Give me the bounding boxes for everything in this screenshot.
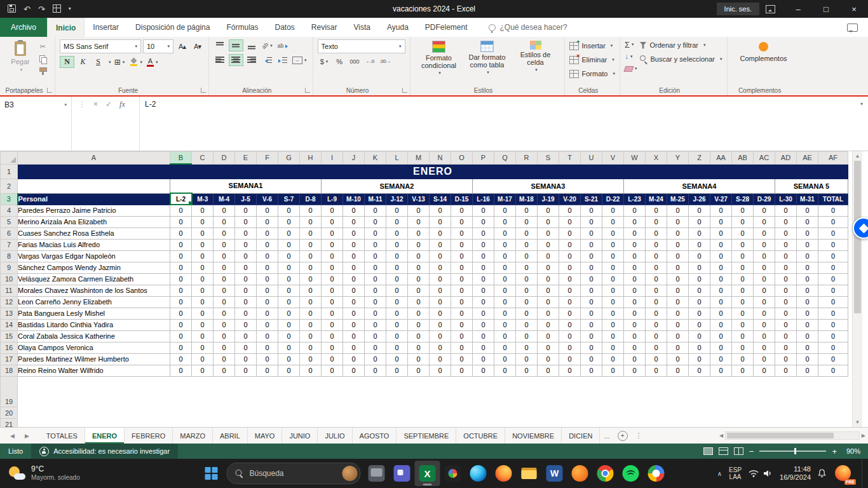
- value-cell[interactable]: 0: [430, 205, 451, 216]
- value-cell[interactable]: 0: [754, 342, 775, 353]
- value-cell[interactable]: 0: [797, 365, 818, 376]
- value-cell[interactable]: 0: [667, 285, 689, 296]
- value-cell[interactable]: 0: [818, 308, 848, 319]
- value-cell[interactable]: 0: [214, 319, 235, 330]
- row-header-7[interactable]: 7: [1, 239, 18, 250]
- value-cell[interactable]: 0: [602, 250, 624, 262]
- value-cell[interactable]: 0: [278, 308, 300, 319]
- value-cell[interactable]: 0: [214, 296, 235, 308]
- value-cell[interactable]: 0: [775, 353, 797, 365]
- value-cell[interactable]: 0: [581, 216, 602, 227]
- value-cell[interactable]: 0: [559, 330, 581, 342]
- value-cell[interactable]: 0: [689, 239, 710, 250]
- value-cell[interactable]: 0: [538, 319, 559, 330]
- value-cell[interactable]: 0: [300, 216, 322, 227]
- value-cell[interactable]: 0: [754, 319, 775, 330]
- week-header-3[interactable]: SEMANA3: [473, 179, 624, 193]
- value-cell[interactable]: 0: [473, 273, 494, 285]
- notification-bell-icon[interactable]: [818, 469, 826, 478]
- horizontal-scroll-track[interactable]: [725, 431, 860, 440]
- value-cell[interactable]: 0: [430, 216, 451, 227]
- value-cell[interactable]: 0: [754, 227, 775, 239]
- weather-widget[interactable]: 9°C Mayorm. soleado: [0, 465, 88, 482]
- redo-button[interactable]: ↷: [38, 5, 45, 13]
- row-header-15[interactable]: 15: [1, 330, 18, 342]
- column-header-ad[interactable]: AD: [775, 152, 797, 165]
- value-cell[interactable]: 0: [754, 365, 775, 376]
- value-cell[interactable]: 0: [278, 285, 300, 296]
- value-cell[interactable]: 0: [322, 353, 343, 365]
- minimize-button[interactable]: –: [784, 0, 812, 18]
- value-cell[interactable]: 0: [473, 365, 494, 376]
- comma-format-button[interactable]: 000: [348, 56, 362, 67]
- sheet-tab-agosto[interactable]: AGOSTO: [353, 428, 397, 444]
- value-cell[interactable]: 0: [192, 319, 214, 330]
- value-cell[interactable]: 0: [538, 239, 559, 250]
- value-cell[interactable]: 0: [775, 365, 797, 376]
- value-cell[interactable]: 0: [538, 285, 559, 296]
- value-cell[interactable]: 0: [278, 296, 300, 308]
- value-cell[interactable]: 0: [516, 250, 538, 262]
- value-cell[interactable]: 0: [494, 273, 516, 285]
- value-cell[interactable]: 0: [278, 216, 300, 227]
- value-cell[interactable]: 0: [710, 239, 732, 250]
- value-cell[interactable]: 0: [646, 239, 667, 250]
- value-cell[interactable]: 0: [646, 285, 667, 296]
- value-cell[interactable]: 0: [343, 342, 365, 353]
- row-header-4[interactable]: 4: [1, 205, 18, 216]
- value-cell[interactable]: 0: [559, 262, 581, 273]
- scroll-right-icon[interactable]: ▶: [862, 433, 865, 438]
- personnel-name[interactable]: Leon Carreño Jenny Elizabeth: [18, 296, 170, 308]
- value-cell[interactable]: 0: [300, 330, 322, 342]
- value-cell[interactable]: 0: [322, 285, 343, 296]
- value-cell[interactable]: 0: [646, 273, 667, 285]
- value-cell[interactable]: 0: [451, 273, 473, 285]
- value-cell[interactable]: 0: [386, 285, 408, 296]
- value-cell[interactable]: 0: [581, 285, 602, 296]
- zoom-level[interactable]: 90%: [843, 447, 860, 455]
- firefox-taskbar-button[interactable]: [491, 461, 517, 486]
- ribbon-tab-vista[interactable]: Vista: [346, 18, 379, 37]
- value-cell[interactable]: 0: [343, 296, 365, 308]
- value-cell[interactable]: 0: [818, 342, 848, 353]
- value-cell[interactable]: 0: [646, 227, 667, 239]
- value-cell[interactable]: 0: [516, 227, 538, 239]
- value-cell[interactable]: 0: [235, 308, 257, 319]
- value-cell[interactable]: 0: [581, 308, 602, 319]
- column-header-l[interactable]: L: [386, 152, 408, 165]
- day-header-l-16[interactable]: L-16: [473, 193, 494, 205]
- value-cell[interactable]: 0: [300, 227, 322, 239]
- value-cell[interactable]: 0: [710, 250, 732, 262]
- column-header-v[interactable]: V: [602, 152, 624, 165]
- value-cell[interactable]: 0: [646, 262, 667, 273]
- bold-button[interactable]: N: [60, 56, 74, 68]
- value-cell[interactable]: 0: [494, 330, 516, 342]
- value-cell[interactable]: 0: [300, 342, 322, 353]
- sheet-tab-totales[interactable]: TOTALES: [39, 428, 85, 444]
- column-header-ae[interactable]: AE: [797, 152, 818, 165]
- value-cell[interactable]: 0: [559, 296, 581, 308]
- accessibility-checker[interactable]: Accesibilidad: es necesario investigar: [31, 444, 178, 459]
- grow-font-button[interactable]: A▴: [175, 41, 189, 52]
- value-cell[interactable]: 0: [797, 227, 818, 239]
- value-cell[interactable]: 0: [430, 227, 451, 239]
- value-cell[interactable]: 0: [818, 262, 848, 273]
- previous-sheet-icon[interactable]: ◀: [10, 433, 15, 439]
- clipboard-dialog-launcher[interactable]: [47, 88, 52, 93]
- value-cell[interactable]: 0: [797, 216, 818, 227]
- underline-caret-icon[interactable]: ▾: [109, 60, 111, 65]
- value-cell[interactable]: 0: [343, 205, 365, 216]
- value-cell[interactable]: 0: [689, 353, 710, 365]
- value-cell[interactable]: 0: [408, 319, 430, 330]
- value-cell[interactable]: 0: [818, 239, 848, 250]
- value-cell[interactable]: 0: [818, 216, 848, 227]
- row-header-16[interactable]: 16: [1, 342, 18, 353]
- value-cell[interactable]: 0: [667, 273, 689, 285]
- value-cell[interactable]: 0: [235, 227, 257, 239]
- chrome-taskbar-button[interactable]: [593, 461, 618, 486]
- spotify-taskbar-button[interactable]: [618, 461, 644, 486]
- align-middle-button[interactable]: [229, 39, 243, 51]
- value-cell[interactable]: 0: [300, 285, 322, 296]
- value-cell[interactable]: 0: [257, 273, 278, 285]
- value-cell[interactable]: 0: [192, 239, 214, 250]
